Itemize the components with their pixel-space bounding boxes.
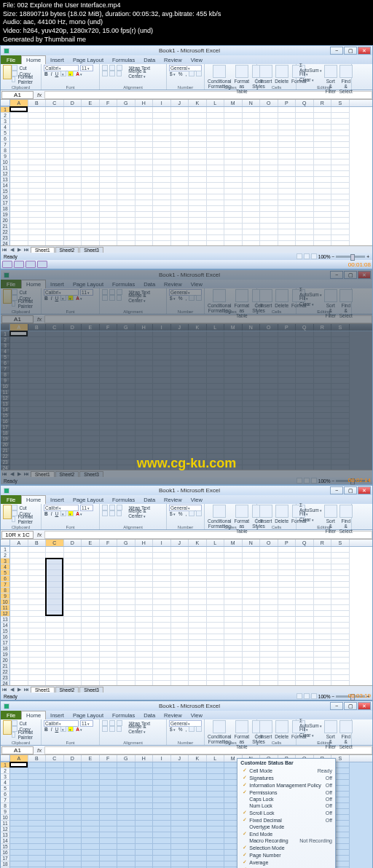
cell[interactable] xyxy=(207,786,225,792)
col-header-L[interactable]: L xyxy=(207,755,225,762)
cell[interactable] xyxy=(296,588,314,593)
cell[interactable] xyxy=(278,658,297,663)
cell[interactable] xyxy=(28,838,47,844)
cell[interactable] xyxy=(153,623,171,628)
cell[interactable] xyxy=(278,413,297,419)
cell[interactable] xyxy=(82,681,100,685)
cell[interactable] xyxy=(189,593,207,599)
cell[interactable] xyxy=(296,148,314,154)
cell[interactable] xyxy=(296,407,314,413)
tab-formulas[interactable]: Formulas xyxy=(108,496,139,504)
cell[interactable] xyxy=(82,200,100,206)
cell[interactable] xyxy=(46,669,64,675)
cell[interactable] xyxy=(153,349,171,355)
cell[interactable] xyxy=(207,623,225,628)
cell[interactable] xyxy=(117,448,136,454)
cell[interactable] xyxy=(278,130,297,136)
col-header-P[interactable]: P xyxy=(278,324,297,331)
cell[interactable] xyxy=(117,605,136,611)
cell[interactable] xyxy=(153,605,171,611)
cell[interactable] xyxy=(64,212,82,218)
cell[interactable] xyxy=(153,148,171,154)
cell[interactable] xyxy=(189,419,207,425)
col-header-J[interactable]: J xyxy=(171,540,189,546)
cell[interactable] xyxy=(189,119,207,125)
cell[interactable] xyxy=(331,229,350,235)
cell[interactable] xyxy=(117,378,136,384)
cell[interactable] xyxy=(243,652,261,658)
cell[interactable] xyxy=(10,177,28,183)
close-button[interactable]: ✕ xyxy=(358,271,371,279)
cell[interactable] xyxy=(331,177,350,183)
minimize-button[interactable]: − xyxy=(330,702,343,710)
cell[interactable] xyxy=(28,617,47,623)
cells-area[interactable]: ⟳ xyxy=(10,331,372,470)
name-box[interactable]: A1 xyxy=(1,315,34,323)
cell[interactable] xyxy=(189,224,207,229)
cell[interactable] xyxy=(82,856,100,861)
cell[interactable] xyxy=(100,617,118,623)
cell[interactable] xyxy=(10,768,28,774)
cell[interactable] xyxy=(260,570,278,576)
row-header-1[interactable]: 1 xyxy=(1,547,10,553)
cell[interactable] xyxy=(331,113,350,119)
cell[interactable] xyxy=(28,623,47,628)
cell[interactable] xyxy=(82,136,100,142)
cell[interactable] xyxy=(82,430,100,436)
cell[interactable] xyxy=(82,331,100,337)
cell[interactable] xyxy=(171,809,189,815)
cell[interactable] xyxy=(260,343,278,349)
cell[interactable] xyxy=(136,125,154,130)
cell[interactable] xyxy=(278,366,297,372)
cell[interactable] xyxy=(100,838,118,844)
cell[interactable] xyxy=(117,194,136,200)
cell[interactable] xyxy=(314,570,332,576)
cell[interactable] xyxy=(243,658,261,663)
cell[interactable] xyxy=(189,177,207,183)
cell[interactable] xyxy=(296,337,314,343)
cell[interactable] xyxy=(224,640,243,646)
cell[interactable] xyxy=(46,634,64,640)
cell[interactable] xyxy=(224,646,243,652)
cell[interactable] xyxy=(296,159,314,165)
cell[interactable] xyxy=(10,611,28,617)
cell[interactable] xyxy=(331,355,350,360)
cell[interactable] xyxy=(224,136,243,142)
cell[interactable] xyxy=(314,355,332,360)
cell[interactable] xyxy=(296,107,314,113)
cell[interactable] xyxy=(171,821,189,826)
cell[interactable] xyxy=(153,774,171,780)
col-header-G[interactable]: G xyxy=(117,755,136,762)
cell[interactable] xyxy=(82,119,100,125)
cell[interactable] xyxy=(64,663,82,669)
col-header-C[interactable]: C xyxy=(46,324,64,331)
format-as-table-button[interactable] xyxy=(235,720,248,733)
cell[interactable] xyxy=(100,212,118,218)
cell[interactable] xyxy=(10,419,28,425)
col-header-I[interactable]: I xyxy=(153,540,171,546)
cell[interactable] xyxy=(153,183,171,189)
col-header-H[interactable]: H xyxy=(136,100,154,106)
bold-button[interactable]: B xyxy=(44,71,49,76)
cell[interactable] xyxy=(136,372,154,378)
cell[interactable] xyxy=(207,634,225,640)
cell[interactable] xyxy=(331,640,350,646)
cell[interactable] xyxy=(331,331,350,337)
cell[interactable] xyxy=(100,366,118,372)
cell[interactable] xyxy=(153,599,171,605)
cell[interactable] xyxy=(10,442,28,448)
cell[interactable] xyxy=(136,582,154,588)
cell[interactable] xyxy=(136,832,154,838)
cell[interactable] xyxy=(153,229,171,235)
cell[interactable] xyxy=(171,611,189,617)
cell[interactable] xyxy=(189,390,207,395)
cell[interactable] xyxy=(243,465,261,470)
cell[interactable] xyxy=(28,792,47,797)
cell[interactable] xyxy=(117,861,136,867)
cell[interactable] xyxy=(136,355,154,360)
cell[interactable] xyxy=(10,821,28,826)
cell[interactable] xyxy=(10,154,28,159)
cell[interactable] xyxy=(278,165,297,171)
formatpainter-button[interactable]: Format Painter xyxy=(17,299,39,309)
cell[interactable] xyxy=(278,194,297,200)
